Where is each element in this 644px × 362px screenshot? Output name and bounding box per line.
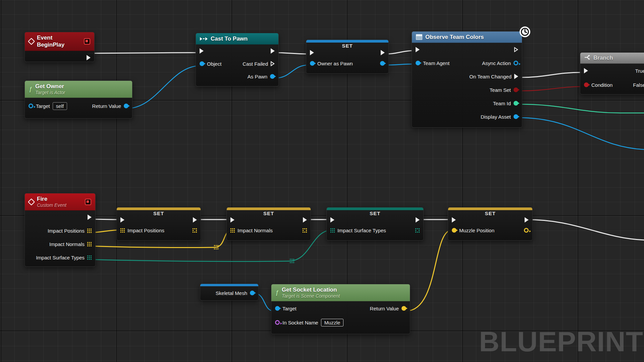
exec-out-pin[interactable] [514,47,518,52]
blueprint-graph-canvas[interactable]: Event BeginPlay ƒ Get Owner Target is Ac… [0,0,644,362]
node-skeletal-mesh[interactable]: Skeletal Mesh [200,284,259,301]
wire-exec-set-owner-to-observe[interactable] [386,51,414,54]
impact-normals-pin[interactable] [87,242,92,246]
node-set-impact-surface-types[interactable]: SET Impact Surface Types [326,207,424,241]
node-fire-custom-event[interactable]: Fire Custom Event Impact Positions Impac… [24,193,96,267]
set-title: SET [306,43,388,49]
exec-in-pin[interactable] [452,217,456,223]
in-socket-name-label: In Socket Name [282,320,318,325]
exec-out-pin[interactable] [525,217,529,223]
display-asset-pin[interactable] [514,114,518,119]
exec-in-pin[interactable] [330,217,334,223]
owner-as-pawn-label: Owner as Pawn [317,61,353,66]
skeletal-mesh-out-pin[interactable] [250,291,255,295]
wire-exec-cast-to-set-owner[interactable] [275,53,307,54]
impact-normals-in-pin[interactable] [230,228,235,233]
observe-header[interactable]: Observe Team Colors [412,32,522,43]
wire-exec-muzzle-to-edge[interactable] [526,220,644,240]
in-socket-name-pin[interactable] [275,320,280,325]
impact-positions-pin[interactable] [87,229,92,233]
set-title: SET [448,210,532,216]
node-set-owner-as-pawn[interactable]: SET Owner as Pawn [306,40,389,74]
event-beginplay-header[interactable]: Event BeginPlay [25,32,94,51]
exec-in-pin[interactable] [310,50,314,55]
node-cast-to-pawn[interactable]: Cast To Pawn Object Cast Failed As Pawn [196,33,279,86]
exec-out-pin[interactable] [303,217,307,223]
impact-surface-types-in-pin[interactable] [330,228,335,233]
condition-pin[interactable] [584,82,589,87]
impact-surface-types-pin[interactable] [87,255,92,260]
async-action-pin[interactable] [514,61,518,65]
owner-as-pawn-in-pin[interactable] [310,61,315,66]
get-owner-header[interactable]: ƒ Get Owner Target is Actor [25,81,132,98]
exec-in-pin[interactable] [200,48,204,54]
impact-positions-in-pin[interactable] [120,228,125,233]
target-pin[interactable] [29,104,33,108]
node-branch[interactable]: Branch True Condition False [580,52,644,95]
node-set-impact-normals[interactable]: SET Impact Normals [226,207,311,241]
condition-label: Condition [591,82,612,88]
node-event-beginplay[interactable]: Event BeginPlay [24,32,95,62]
node-set-muzzle-position[interactable]: SET Muzzle Position [448,207,533,241]
team-set-label: Team Set [490,87,511,93]
exec-in-pin[interactable] [416,47,420,52]
exec-in-pin[interactable] [120,217,124,223]
function-icon: ƒ [275,290,279,296]
wire-displayasset-to-edge[interactable] [519,118,644,149]
impact-normals-label: Impact Normals [237,228,273,233]
fire-header[interactable]: Fire Custom Event [25,193,95,210]
wire-socketlocation-to-muzzle[interactable] [406,230,452,311]
impact-positions-out-pin[interactable] [193,228,197,233]
impact-normals-out-pin[interactable] [303,228,307,233]
cast-header[interactable]: Cast To Pawn [196,33,278,45]
exec-out-pin[interactable] [381,50,385,55]
node-get-owner[interactable]: ƒ Get Owner Target is Actor Target self … [24,80,132,119]
reroute-impact-surface-types[interactable] [290,259,294,263]
exec-out-pin[interactable] [88,215,92,220]
wire-exec-beginplay-to-cast[interactable] [88,53,198,53]
return-value-label: Return Value [370,306,399,311]
async-window-icon [416,34,422,40]
exec-out-pin[interactable] [193,217,197,223]
target-value-field[interactable]: self [53,102,67,110]
team-set-pin[interactable] [514,87,518,92]
wire-getowner-return-to-cast-object[interactable] [125,66,200,109]
exec-in-pin[interactable] [584,68,588,73]
wire-aspawn-to-set-owner[interactable] [275,65,309,78]
as-pawn-label: As Pawn [248,74,267,79]
node-observe-team-colors[interactable]: Observe Team Colors Team Agent Async Act… [412,31,522,128]
team-agent-pin[interactable] [416,61,420,65]
wire-teamid-to-edge[interactable] [520,104,644,113]
object-pin[interactable] [200,61,204,66]
display-asset-label: Display Asset [481,114,511,120]
target-pin[interactable] [275,306,280,311]
target-label: Target [36,103,50,109]
object-label: Object [207,61,221,67]
reroute-impact-normals[interactable] [214,245,218,249]
socket-name-field[interactable]: Muzzle [321,319,344,326]
return-value-pin[interactable] [401,306,406,311]
owner-as-pawn-out-pin[interactable] [380,61,385,66]
impact-surface-types-out-pin[interactable] [415,228,420,233]
get-socket-location-header[interactable]: ƒ Get Socket Location Target is Scene Co… [271,284,410,301]
on-team-changed-pin[interactable] [514,74,518,79]
node-set-impact-positions[interactable]: SET Impact Positions [116,207,201,241]
exec-out-pin[interactable] [416,217,420,223]
muzzle-position-out-pin[interactable] [524,228,529,233]
team-agent-label: Team Agent [423,60,449,66]
exec-out-pin[interactable] [87,55,91,60]
branch-header[interactable]: Branch [580,53,644,64]
wire-teamset-to-condition[interactable] [519,86,584,91]
node-get-socket-location[interactable]: ƒ Get Socket Location Target is Scene Co… [271,284,410,334]
return-value-pin[interactable] [124,104,128,108]
as-pawn-pin[interactable] [270,74,275,79]
team-id-pin[interactable] [514,101,518,106]
muzzle-position-in-pin[interactable] [452,228,457,233]
cast-failed-pin[interactable] [271,61,275,66]
node-title: Event BeginPlay [37,34,81,49]
exec-out-pin[interactable] [271,48,275,54]
node-subtitle: Custom Event [37,202,66,208]
node-title: Branch [593,54,613,61]
wire-onteamchanged-to-branch[interactable] [520,72,582,77]
exec-in-pin[interactable] [230,217,234,223]
